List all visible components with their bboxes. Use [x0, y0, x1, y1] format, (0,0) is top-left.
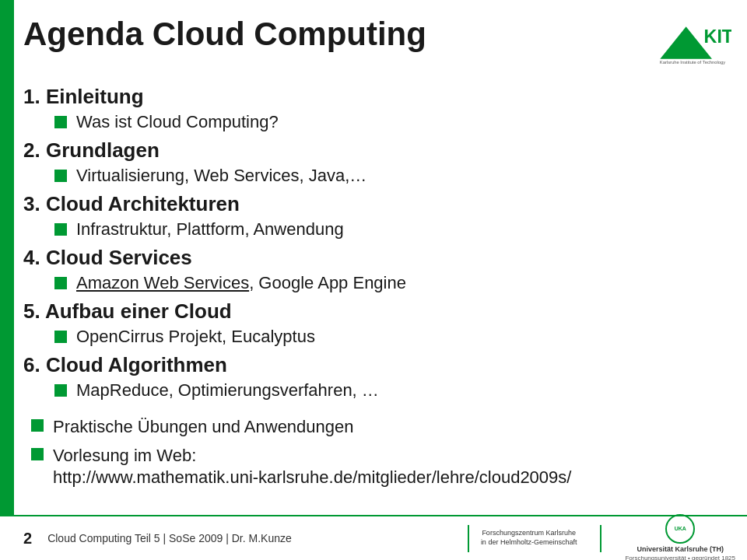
- agenda-sub-6-1: MapReduce, Optimierungsverfahren, …: [54, 380, 731, 401]
- page-title: Agenda Cloud Computing: [23, 16, 426, 53]
- agenda-item-6: 6. Cloud Algorithmen MapReduce, Optimier…: [23, 353, 731, 401]
- main-content: Agenda Cloud Computing KIT Karlsruhe Ins…: [23, 16, 731, 513]
- bullet-icon: [54, 223, 67, 236]
- aws-link[interactable]: Amazon Web Services: [76, 273, 249, 292]
- agenda-item-3: 3. Cloud Architekturen Infrastruktur, Pl…: [23, 192, 731, 240]
- course-info: Cloud Computing Teil 5 | SoSe 2009 | Dr.…: [47, 532, 456, 544]
- extra-section: Praktische Übungen und Anwendungen Vorle…: [23, 416, 731, 489]
- agenda-main-label-1: 1. Einleitung: [23, 85, 731, 109]
- bullet-icon: [31, 448, 44, 460]
- bullet-icon: [54, 331, 67, 343]
- footer-divider: [468, 525, 469, 552]
- agenda-main-label-2: 2. Grundlagen: [23, 138, 731, 163]
- uni-logo: UKA Universität Karlsruhe (TH) Forschung…: [625, 514, 735, 560]
- web-url: http://www.mathematik.uni-karlsruhe.de/m…: [53, 467, 571, 487]
- bullet-icon: [54, 384, 67, 397]
- agenda-sub-4-1: Amazon Web Services, Google App Engine: [54, 273, 731, 293]
- agenda-main-label-3: 3. Cloud Architekturen: [23, 192, 731, 216]
- bullet-icon: [54, 277, 67, 289]
- accent-bar: [0, 0, 14, 529]
- agenda-item-1: 1. Einleitung Was ist Cloud Computing?: [23, 85, 731, 132]
- footer-divider-2: [600, 525, 601, 552]
- kit-logo-svg: KIT Karlsruhe Institute of Technology: [654, 19, 731, 66]
- footer: 2 Cloud Computing Teil 5 | SoSe 2009 | D…: [0, 515, 747, 560]
- agenda-main-label-5: 5. Aufbau einer Cloud: [23, 299, 731, 324]
- agenda-container: 1. Einleitung Was ist Cloud Computing? 2…: [23, 85, 731, 489]
- agenda-sub-1-1: Was ist Cloud Computing?: [54, 112, 731, 132]
- uni-circle: UKA: [665, 514, 695, 544]
- agenda-sub-5-1: OpenCirrus Projekt, Eucalyptus: [54, 327, 731, 347]
- extra-item-1: Praktische Übungen und Anwendungen: [31, 416, 731, 439]
- kit-logo: KIT Karlsruhe Institute of Technology: [654, 19, 731, 66]
- agenda-main-label-4: 4. Cloud Services: [23, 246, 731, 270]
- bullet-icon: [54, 116, 67, 128]
- footer-logos: Forschungszentrum Karlsruhe in der Helmh…: [481, 514, 735, 560]
- agenda-item-2: 2. Grundlagen Virtualisierung, Web Servi…: [23, 138, 731, 186]
- agenda-main-label-6: 6. Cloud Algorithmen: [23, 353, 731, 377]
- extra-item-2: Vorlesung im Web: http://www.mathematik.…: [31, 445, 731, 489]
- page-number: 2: [23, 530, 32, 548]
- svg-text:Karlsruhe Institute of Technol: Karlsruhe Institute of Technology: [660, 61, 726, 65]
- agenda-item-5: 5. Aufbau einer Cloud OpenCirrus Projekt…: [23, 299, 731, 347]
- agenda-sub-3-1: Infrastruktur, Plattform, Anwendung: [54, 219, 731, 240]
- header: Agenda Cloud Computing KIT Karlsruhe Ins…: [23, 16, 731, 66]
- bullet-icon: [54, 170, 67, 182]
- bullet-icon: [31, 419, 44, 432]
- agenda-item-4: 4. Cloud Services Amazon Web Services, G…: [23, 246, 731, 293]
- forschung-info: Forschungszentrum Karlsruhe in der Helmh…: [481, 529, 577, 547]
- agenda-sub-2-1: Virtualisierung, Web Services, Java,…: [54, 166, 731, 186]
- svg-text:KIT: KIT: [704, 26, 731, 47]
